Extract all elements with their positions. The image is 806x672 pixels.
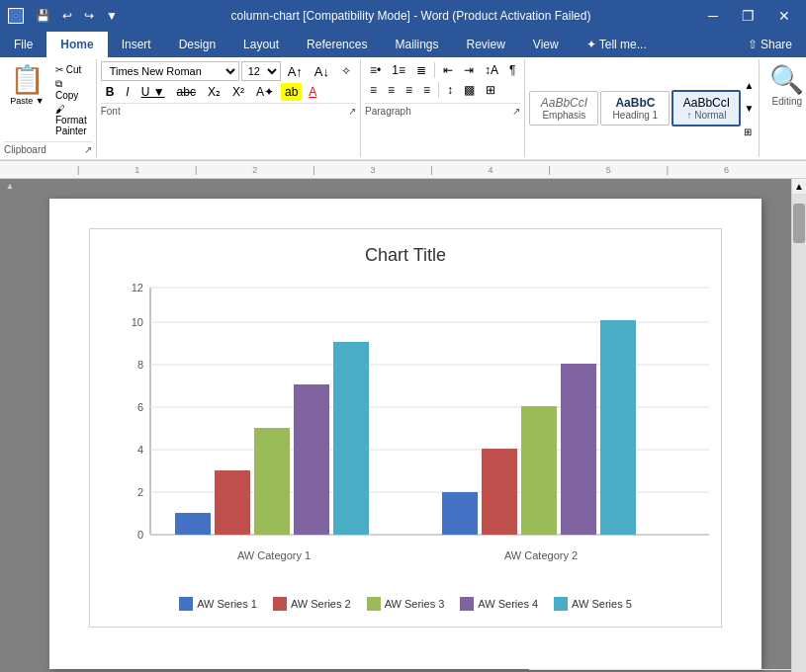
align-center-button[interactable]: ≡ [383, 81, 400, 99]
subscript-button[interactable]: X₂ [203, 83, 225, 101]
underline-button[interactable]: U ▼ [136, 83, 170, 101]
vertical-scrollbar[interactable]: ▲ ▼ [791, 179, 806, 672]
tab-layout[interactable]: Layout [229, 32, 293, 57]
scrollbar-thumb[interactable] [793, 204, 805, 243]
multilevel-list-button[interactable]: ≣ [411, 61, 431, 79]
legend-label-s2: AW Series 2 [291, 598, 351, 610]
legend-series1: AW Series 1 [179, 597, 257, 611]
show-formatting-button[interactable]: ¶ [504, 61, 520, 79]
legend-color-s5 [554, 597, 568, 611]
font-name-select[interactable]: Times New Roman [101, 61, 239, 81]
clipboard-group-name: Clipboard [4, 144, 46, 155]
save-button[interactable]: 💾 [32, 7, 54, 25]
align-left-button[interactable]: ≡ [365, 81, 382, 99]
window-title: column-chart [Compatibility Mode] - Word… [122, 9, 700, 23]
clipboard-expander[interactable]: ↗ [84, 144, 92, 155]
increase-font-size-button[interactable]: A↑ [283, 62, 308, 81]
bar-cat2-s1 [442, 492, 478, 535]
minimize-button[interactable]: ─ [700, 6, 726, 26]
svg-text:10: 10 [132, 316, 143, 328]
chart-legend: AW Series 1 AW Series 2 AW Series 3 AW S… [106, 597, 705, 611]
style-normal[interactable]: AaBbCcI ↑ Normal [672, 90, 741, 126]
ribbon: File Home Insert Design Layout Reference… [0, 32, 806, 161]
text-highlight-button[interactable]: ab [281, 83, 302, 101]
styles-scroll-up[interactable]: ▲ [743, 79, 755, 92]
decrease-font-size-button[interactable]: A↓ [310, 62, 334, 81]
tab-design[interactable]: Design [165, 32, 229, 57]
clipboard-group: 📋 Paste ▼ ✂ Cut ⧉ Copy 🖌 Format Painter … [0, 59, 97, 157]
paragraph-group-name: Paragraph [365, 106, 411, 117]
align-right-button[interactable]: ≡ [401, 81, 417, 99]
tab-view[interactable]: View [519, 32, 573, 57]
chart-container[interactable]: Chart Title 0 2 4 6 [89, 228, 722, 628]
restore-button[interactable]: ❐ [734, 6, 762, 26]
increase-indent-button[interactable]: ⇥ [459, 61, 479, 79]
paragraph-row1: ≡• 1≡ ≣ ⇤ ⇥ ↕A ¶ [365, 61, 520, 79]
font-row2: B I U ▼ abc X₂ X² A✦ ab A [101, 83, 356, 101]
tab-references[interactable]: References [293, 32, 381, 57]
close-button[interactable]: ✕ [770, 6, 798, 26]
numbering-button[interactable]: 1≡ [387, 61, 410, 79]
tab-review[interactable]: Review [452, 32, 518, 57]
undo-button[interactable]: ↩ [58, 7, 76, 25]
word-icon [8, 8, 24, 24]
title-bar: 💾 ↩ ↪ ▼ column-chart [Compatibility Mode… [0, 0, 806, 32]
paragraph-label: Paragraph ↗ [365, 103, 520, 117]
svg-text:0: 0 [137, 529, 143, 541]
chart-title: Chart Title [106, 245, 705, 266]
bullets-button[interactable]: ≡• [365, 61, 386, 79]
font-expander[interactable]: ↗ [348, 106, 356, 117]
tab-mailings[interactable]: Mailings [381, 32, 452, 57]
tab-share[interactable]: ⇧ Share [734, 32, 806, 57]
svg-text:4: 4 [137, 444, 143, 456]
style-heading1[interactable]: AaBbC Heading 1 [600, 91, 670, 126]
ruler: |1|2| 3|4|5|6 [0, 161, 806, 179]
bar-cat1-s3 [254, 428, 290, 535]
paragraph-row2: ≡ ≡ ≡ ≡ ↕ ▩ ⊞ [365, 81, 520, 99]
clear-formatting-button[interactable]: ✧ [336, 62, 356, 80]
cut-button[interactable]: ✂ Cut [52, 63, 90, 76]
copy-button[interactable]: ⧉ Copy [52, 77, 90, 102]
font-size-select[interactable]: 12 [241, 61, 281, 81]
tab-tell-me[interactable]: ✦ Tell me... [573, 32, 661, 57]
bold-button[interactable]: B [101, 83, 120, 101]
legend-color-s3 [367, 597, 381, 611]
line-spacing-button[interactable]: ↕ [442, 81, 458, 99]
paste-button[interactable]: 📋 Paste ▼ [4, 61, 50, 139]
decrease-indent-button[interactable]: ⇤ [438, 61, 458, 79]
legend-series4: AW Series 4 [460, 597, 538, 611]
text-effects-button[interactable]: A✦ [251, 83, 279, 101]
italic-button[interactable]: I [121, 83, 134, 101]
redo-button[interactable]: ↪ [80, 7, 98, 25]
superscript-button[interactable]: X² [227, 83, 249, 101]
legend-series5: AW Series 5 [554, 597, 632, 611]
borders-button[interactable]: ⊞ [481, 81, 500, 99]
scroll-up-button[interactable]: ▲ [792, 179, 806, 194]
find-button[interactable]: 🔍 [769, 63, 804, 96]
scrollbar-track[interactable] [792, 194, 806, 672]
justify-button[interactable]: ≡ [418, 81, 435, 99]
styles-scroll-down[interactable]: ▼ [743, 102, 755, 115]
chart-svg: 0 2 4 6 8 10 [106, 278, 719, 584]
shading-button[interactable]: ▩ [459, 81, 480, 99]
legend-label-s1: AW Series 1 [197, 598, 257, 610]
svg-text:8: 8 [137, 359, 143, 371]
paragraph-group: ≡• 1≡ ≣ ⇤ ⇥ ↕A ¶ ≡ ≡ ≡ ≡ ↕ ▩ ⊞ Paragraph [361, 59, 525, 157]
font-row1: Times New Roman 12 A↑ A↓ ✧ [101, 61, 356, 81]
sort-button[interactable]: ↕A [480, 61, 503, 79]
style-emphasis[interactable]: AaBbCcI Emphasis [529, 91, 598, 126]
format-painter-button[interactable]: 🖌 Format Painter [52, 103, 90, 137]
ribbon-content: 📋 Paste ▼ ✂ Cut ⧉ Copy 🖌 Format Painter … [0, 57, 806, 160]
paragraph-expander[interactable]: ↗ [512, 106, 520, 117]
font-group-name: Font [101, 106, 121, 117]
customize-quick-access-button[interactable]: ▼ [102, 7, 122, 25]
styles-more-button[interactable]: ⊞ [743, 126, 755, 138]
clipboard-right-buttons: ✂ Cut ⧉ Copy 🖌 Format Painter [50, 61, 92, 139]
strikethrough-button[interactable]: abc [172, 83, 201, 101]
tab-insert[interactable]: Insert [108, 32, 165, 57]
document-scroll-area[interactable]: Chart Title 0 2 4 6 [20, 179, 791, 672]
tab-home[interactable]: Home [46, 32, 107, 57]
quick-access-toolbar: 💾 ↩ ↪ ▼ [32, 7, 122, 25]
tab-file[interactable]: File [0, 32, 46, 57]
font-color-button[interactable]: A [304, 83, 321, 101]
